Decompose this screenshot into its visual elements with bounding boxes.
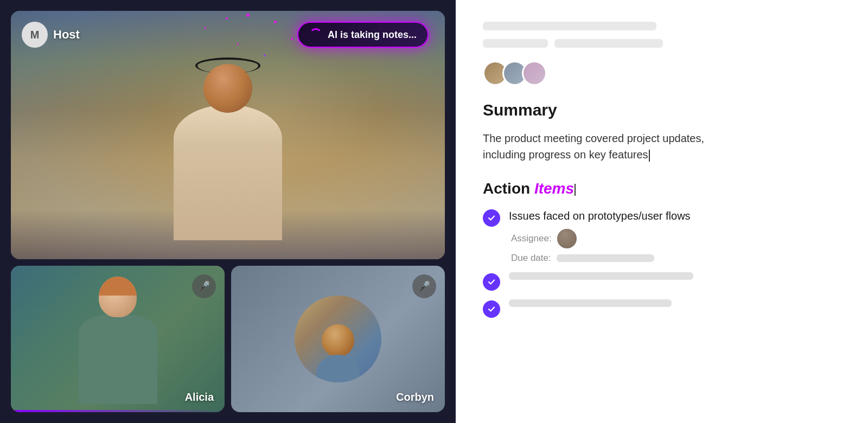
alicia-person	[63, 277, 172, 412]
action-item-1: Issues faced on prototypes/user flows As…	[483, 208, 841, 264]
action-item-1-text: Issues faced on prototypes/user flows	[509, 208, 841, 223]
check-icon-1	[487, 214, 496, 222]
ai-badge: AI is taking notes...	[297, 22, 429, 48]
alicia-name: Alicia	[185, 391, 214, 403]
check-icon-3	[487, 305, 496, 313]
action-title-part2: Items	[534, 180, 574, 197]
skeleton-line-1	[483, 22, 656, 30]
check-circle-3	[483, 300, 500, 318]
assignee-avatar	[557, 229, 577, 248]
main-video: M Host AI is taking notes...	[11, 11, 445, 259]
assignee-row: Assignee:	[509, 229, 841, 248]
sparkle-dot-7	[264, 54, 266, 56]
host-avatar: M	[22, 22, 48, 48]
participant-video-corbyn: 🎤 Corbyn	[231, 266, 445, 412]
action-item-3-content	[509, 299, 841, 307]
action-items-title: Action Items	[483, 180, 841, 197]
due-date-skeleton	[557, 254, 654, 262]
sparkle-dot-1	[274, 21, 277, 23]
corbyn-circle	[295, 296, 381, 382]
ai-spinner-icon	[309, 28, 322, 41]
alicia-mute-button[interactable]: 🎤	[192, 274, 216, 298]
notes-panel: Summary The product meeting covered proj…	[456, 0, 868, 423]
sparkle-dot-5	[237, 43, 239, 45]
sparkle-dot-2	[291, 38, 293, 40]
action-skeleton-2	[509, 272, 693, 280]
host-label: Host	[53, 28, 80, 42]
sparkle-dot-4	[226, 17, 228, 20]
summary-text: The product meeting covered project upda…	[483, 130, 841, 163]
action-title-part1: Action	[483, 180, 534, 197]
summary-line-2: including progress on key features	[483, 149, 648, 161]
sparkle-dot-6	[246, 14, 250, 17]
action-item-3	[483, 299, 841, 318]
corbyn-name: Corbyn	[396, 391, 434, 403]
check-circle-2	[483, 273, 500, 291]
skeleton-row-2	[483, 39, 841, 48]
summary-title: Summary	[483, 101, 841, 119]
participants-avatars	[483, 61, 841, 86]
host-badge: M Host	[22, 22, 80, 48]
sparkle-dot-3	[205, 27, 206, 29]
video-panel: M Host AI is taking notes...	[0, 0, 456, 423]
typing-cursor-action	[575, 184, 576, 196]
action-skeleton-3	[509, 299, 672, 307]
ai-badge-text: AI is taking notes...	[328, 29, 417, 41]
typing-cursor-summary	[649, 150, 650, 162]
check-circle-1	[483, 209, 500, 227]
summary-line-1: The product meeting covered project upda…	[483, 132, 704, 144]
action-item-2-content	[509, 272, 841, 280]
due-date-row: Due date:	[509, 253, 841, 264]
participant-video-alicia: 🎤 Alicia	[11, 266, 225, 412]
check-icon-2	[487, 278, 496, 286]
assignee-label: Assignee:	[511, 233, 552, 244]
skeleton-row-1	[483, 22, 841, 30]
avatar-3	[522, 61, 547, 86]
action-item-2	[483, 272, 841, 291]
due-date-label: Due date:	[511, 253, 551, 264]
action-item-1-content: Issues faced on prototypes/user flows As…	[509, 208, 841, 264]
bottom-videos: 🎤 Alicia 🎤 Corbyn	[11, 266, 445, 412]
skeleton-line-3	[554, 39, 663, 48]
corbyn-mute-button[interactable]: 🎤	[412, 274, 436, 298]
host-person	[157, 64, 298, 259]
skeleton-line-2	[483, 39, 548, 48]
